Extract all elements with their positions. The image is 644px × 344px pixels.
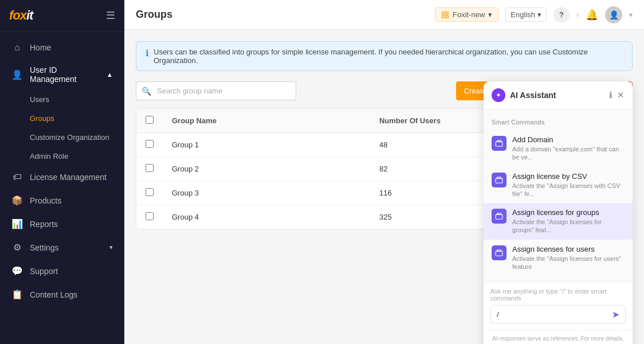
reports-icon: 📊 (11, 218, 23, 229)
svg-rect-2 (442, 15, 445, 18)
sidebar-item-customize-org-label: Customize Organization (30, 133, 109, 142)
sidebar-item-admin-role[interactable]: Admin Role (0, 147, 124, 166)
chevron-up-icon: ▲ (107, 71, 113, 78)
ai-input-wrap: ➤ (490, 305, 626, 324)
select-all-checkbox[interactable] (146, 116, 154, 124)
home-icon: ⌂ (11, 42, 23, 53)
svg-rect-0 (442, 11, 445, 14)
cmd-text-assign-licenses-users: Assign licenses for users Activate the "… (512, 245, 625, 271)
sidebar-item-products[interactable]: 📦 Products (0, 189, 124, 212)
user-icon: 👤 (11, 69, 23, 80)
sidebar-item-license-management-label: License Management (30, 173, 107, 182)
cmd-desc-add-domain: Add a domain "example.com" that can be v… (512, 145, 625, 162)
sidebar-item-reports-label: Reports (30, 220, 58, 229)
info-banner: ℹ Users can be classified into groups fo… (136, 41, 633, 71)
ai-info-icon[interactable]: ℹ (609, 90, 612, 100)
license-icon: 🏷 (11, 172, 23, 182)
cmd-title-assign-licenses-users: Assign licenses for users (512, 245, 625, 253)
row-checkbox-cell (136, 205, 163, 229)
notification-button[interactable]: 🔔 (586, 9, 598, 21)
info-banner-text: Users can be classified into groups for … (154, 48, 623, 65)
cmd-text-assign-license-csv: Assign license by CSV Activate the "Assi… (512, 172, 625, 198)
cmd-icon-assign-license-csv (492, 173, 506, 187)
sidebar-item-home[interactable]: ⌂ Home (0, 36, 124, 59)
search-input[interactable] (136, 81, 296, 100)
sidebar-item-content-logs-label: Content Logs (30, 290, 77, 299)
info-icon: ℹ (146, 48, 149, 58)
cmd-desc-assign-licenses-groups: Activate the "Assign licenses for groups… (512, 218, 625, 234)
row-checkbox[interactable] (146, 188, 154, 196)
ai-footer: AI responses serve as references. For mo… (484, 330, 633, 344)
chevron-right-icon: › (576, 11, 579, 19)
ai-commands-list: Add Domain Add a domain "example.com" th… (484, 130, 633, 276)
product-selector[interactable]: Foxit-new ▾ (435, 7, 498, 22)
ai-close-icon[interactable]: ✕ (617, 90, 625, 100)
sidebar-item-content-logs[interactable]: 📋 Content Logs (0, 283, 124, 306)
sidebar-item-products-label: Products (30, 196, 61, 205)
sidebar-item-support[interactable]: 💬 Support (0, 259, 124, 283)
sidebar-item-home-label: Home (30, 43, 51, 52)
help-icon: ? (559, 10, 564, 19)
search-icon: 🔍 (142, 87, 151, 96)
row-group-name: Group 2 (163, 157, 370, 181)
search-wrap: 🔍 (136, 81, 296, 100)
page-title: Groups (136, 9, 428, 21)
avatar[interactable]: 👤 (605, 6, 622, 24)
col-group-name: Group Name (163, 109, 370, 133)
sidebar-item-customize-org[interactable]: Customize Organization (0, 128, 124, 147)
header: Groups Foxit-new ▾ English ▾ ? › 🔔 👤 ▾ (124, 0, 644, 30)
language-selector[interactable]: English ▾ (505, 7, 547, 22)
header-right: Foxit-new ▾ English ▾ ? › 🔔 👤 ▾ (435, 6, 633, 24)
ai-assistant-title: AI Assistant (510, 91, 604, 100)
row-checkbox-cell (136, 157, 163, 181)
sidebar-item-users-label: Users (30, 95, 49, 104)
row-checkbox[interactable] (146, 140, 154, 148)
ai-assistant-body: Smart Commands Add Domain Add a domain "… (484, 110, 633, 282)
ai-command-assign-license-csv[interactable]: Assign license by CSV Activate the "Assi… (484, 167, 633, 204)
sidebar-item-support-label: Support (30, 267, 58, 276)
sidebar-item-groups-label: Groups (30, 114, 54, 123)
cmd-title-add-domain: Add Domain (512, 135, 625, 144)
support-icon: 💬 (11, 265, 23, 276)
svg-rect-7 (496, 251, 502, 256)
sidebar-nav: ⌂ Home 👤 User ID Management ▲ Users Grou… (0, 32, 124, 344)
ai-input[interactable] (497, 310, 608, 319)
product-chevron-icon: ▾ (488, 10, 492, 19)
svg-rect-1 (446, 11, 448, 14)
svg-rect-3 (446, 15, 448, 18)
ai-assistant-header: ✦ AI Assistant ℹ ✕ (484, 81, 633, 110)
cmd-icon-assign-licenses-users (492, 245, 506, 260)
row-group-name: Group 1 (163, 133, 370, 157)
sidebar-item-settings-label: Settings (30, 243, 59, 252)
cmd-title-assign-license-csv: Assign license by CSV (512, 172, 625, 181)
row-group-name: Group 3 (163, 181, 370, 205)
ai-input-area: Ask me anything or type "/" to enter sma… (484, 282, 633, 330)
sidebar-item-settings[interactable]: ⚙ Settings ▾ (0, 236, 124, 259)
products-icon: 📦 (11, 195, 23, 206)
cmd-text-add-domain: Add Domain Add a domain "example.com" th… (512, 135, 625, 162)
row-checkbox-cell (136, 181, 163, 205)
help-button[interactable]: ? (553, 7, 570, 23)
sidebar-item-groups[interactable]: Groups (0, 109, 124, 128)
row-group-name: Group 4 (163, 205, 370, 229)
row-checkbox[interactable] (146, 164, 154, 172)
ai-command-assign-licenses-groups[interactable]: Assign licenses for groups Activate the … (484, 203, 633, 240)
avatar-chevron-icon: ▾ (629, 11, 633, 19)
sidebar-item-user-id-management[interactable]: 👤 User ID Management ▲ (0, 59, 124, 90)
ai-send-button[interactable]: ➤ (612, 309, 619, 320)
row-checkbox-cell (136, 133, 163, 157)
notification-icon: 🔔 (586, 9, 598, 21)
product-icon (441, 11, 449, 19)
cmd-icon-add-domain (492, 136, 506, 151)
row-checkbox[interactable] (146, 212, 154, 220)
ai-command-assign-licenses-users[interactable]: Assign licenses for users Activate the "… (484, 240, 633, 276)
sidebar-item-reports[interactable]: 📊 Reports (0, 212, 124, 236)
ai-assistant-panel: ✦ AI Assistant ℹ ✕ Smart Commands Add Do… (484, 81, 633, 344)
hamburger-icon[interactable]: ☰ (106, 9, 115, 22)
svg-rect-4 (496, 142, 502, 146)
ai-command-add-domain[interactable]: Add Domain Add a domain "example.com" th… (484, 130, 633, 167)
sidebar-item-license-management[interactable]: 🏷 License Management (0, 166, 124, 189)
cmd-icon-assign-licenses-groups (492, 209, 506, 224)
table-select-all-header (136, 109, 163, 133)
sidebar-item-users[interactable]: Users (0, 90, 124, 109)
